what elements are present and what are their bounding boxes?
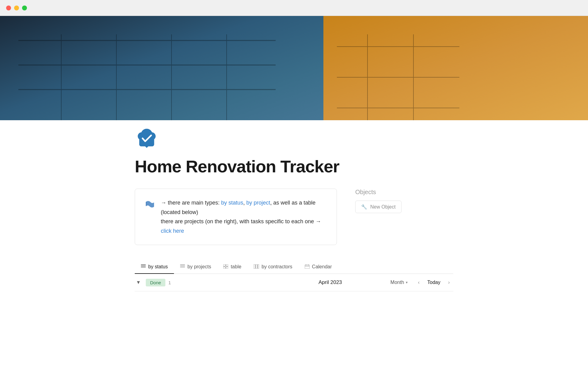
page-title: Home Renovation Tracker bbox=[135, 156, 453, 176]
tab-calendar-label: Calendar bbox=[312, 264, 332, 270]
minimize-button[interactable] bbox=[14, 6, 19, 10]
objects-panel: Objects 🔧 New Object bbox=[355, 189, 453, 245]
tab-by-contractors[interactable]: by contractors bbox=[247, 260, 298, 274]
badge-count: 1 bbox=[168, 280, 171, 285]
chevron-down-icon: ▾ bbox=[406, 280, 408, 285]
prev-month-button[interactable]: ‹ bbox=[414, 278, 423, 287]
svg-rect-12 bbox=[141, 264, 146, 265]
info-text: → there are main types: by status, by pr… bbox=[161, 198, 327, 236]
page-content: Home Renovation Tracker → there are main… bbox=[110, 120, 478, 291]
new-object-button[interactable]: 🔧 New Object bbox=[355, 201, 401, 213]
month-selector[interactable]: Month ▾ bbox=[388, 278, 410, 286]
new-object-label: New Object bbox=[370, 204, 396, 210]
tab-table-label: table bbox=[231, 264, 241, 270]
info-line1: → there are main types: by status, by pr… bbox=[161, 200, 315, 215]
tabs-bar: by status by projects tab bbox=[135, 260, 453, 274]
collapse-button[interactable]: ▼ bbox=[135, 279, 142, 286]
today-button[interactable]: Today bbox=[427, 280, 440, 285]
bottom-bar: ▼ Done 1 April 2023 Month ▾ ‹ Today bbox=[135, 274, 453, 291]
by-status-link[interactable]: by status bbox=[221, 200, 243, 206]
wrench-icon: 🔧 bbox=[361, 204, 367, 210]
info-card: → there are main types: by status, by pr… bbox=[135, 189, 337, 245]
by-project-link[interactable]: by project bbox=[246, 200, 270, 206]
chevron-left-icon: ‹ bbox=[418, 280, 420, 285]
page-icon-area bbox=[135, 120, 453, 151]
done-status-badge[interactable]: Done bbox=[146, 279, 165, 286]
tab-by-status-icon bbox=[141, 264, 146, 270]
click-here-link[interactable]: click here bbox=[161, 228, 184, 234]
window-chrome bbox=[0, 0, 588, 16]
calendar-date: April 2023 bbox=[306, 279, 388, 286]
tab-table-icon bbox=[223, 264, 228, 270]
tab-by-contractors-label: by contractors bbox=[262, 264, 292, 270]
app-icon bbox=[135, 126, 159, 150]
tab-calendar-icon bbox=[305, 264, 310, 270]
svg-rect-23 bbox=[256, 264, 257, 269]
objects-title: Objects bbox=[355, 189, 453, 196]
tab-by-projects-icon bbox=[180, 264, 185, 270]
svg-rect-18 bbox=[223, 264, 225, 266]
maximize-button[interactable] bbox=[22, 6, 27, 10]
month-label: Month bbox=[390, 280, 404, 285]
svg-rect-16 bbox=[180, 266, 185, 266]
info-line2: there are projects (on the right), with … bbox=[161, 218, 321, 234]
svg-rect-21 bbox=[226, 267, 228, 269]
tab-by-contractors-icon bbox=[254, 264, 259, 270]
svg-rect-22 bbox=[254, 264, 255, 269]
svg-rect-15 bbox=[180, 264, 185, 265]
tab-table[interactable]: table bbox=[217, 260, 247, 274]
next-month-button[interactable]: › bbox=[445, 278, 453, 287]
tab-by-status-label: by status bbox=[148, 264, 168, 270]
svg-rect-19 bbox=[226, 264, 228, 266]
svg-rect-17 bbox=[180, 267, 185, 267]
tab-by-projects-label: by projects bbox=[187, 264, 211, 270]
main-layout: → there are main types: by status, by pr… bbox=[135, 189, 453, 245]
info-icon bbox=[145, 199, 155, 209]
tab-by-projects[interactable]: by projects bbox=[174, 260, 217, 274]
svg-rect-25 bbox=[305, 265, 310, 269]
svg-rect-20 bbox=[223, 267, 225, 269]
svg-rect-13 bbox=[141, 266, 146, 266]
calendar-controls: Month ▾ ‹ Today › bbox=[388, 278, 453, 287]
svg-rect-24 bbox=[258, 264, 259, 269]
hero-image bbox=[0, 16, 588, 120]
tab-by-status[interactable]: by status bbox=[135, 260, 174, 274]
chevron-right-icon: › bbox=[448, 280, 450, 285]
close-button[interactable] bbox=[6, 6, 11, 10]
tab-calendar[interactable]: Calendar bbox=[299, 260, 338, 274]
traffic-lights bbox=[6, 6, 27, 10]
chevron-down-icon: ▼ bbox=[136, 280, 141, 285]
svg-rect-14 bbox=[141, 267, 146, 267]
